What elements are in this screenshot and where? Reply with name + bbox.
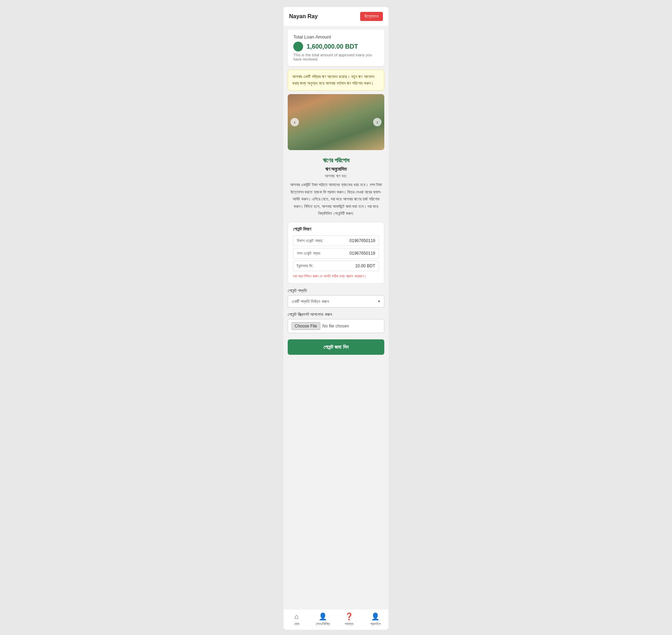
payment-method-label: পেমেন্ট পদ্ধতি xyxy=(288,288,384,294)
payment-method-select[interactable]: একটি পদ্ধতি নির্বাচন করুনবিকাশনগদরকেট xyxy=(288,295,384,308)
payment-method-group: পেমেন্ট পদ্ধতি একটি পদ্ধতি নির্বাচন করুন… xyxy=(288,288,384,308)
payment-warning: দয়া করে নিশ্চিত করুন যে আপনি সঠিক তথ্য … xyxy=(293,273,379,279)
loan-card: Total Loan Amount 1,600,000.00 BDT This … xyxy=(288,29,384,66)
user-name: Nayan Ray xyxy=(289,13,318,20)
payment-row-fee: ট্রান্সফার ফি: 10.00 BDT xyxy=(293,261,379,271)
loan-amount: 1,600,000.00 BDT xyxy=(307,43,358,50)
loan-indicator-circle xyxy=(293,42,303,51)
nagad-label: নগদ এজেন্ট নম্বর: xyxy=(297,251,321,256)
main-section: ঋণের পরিশোধ ঋণ অনুমোদিত আপনার ঋণ ভর: আপন… xyxy=(284,154,388,358)
carousel-prev-button[interactable]: ‹ xyxy=(290,118,299,126)
file-upload-label: পেমেন্ট স্ক্রিনশট আপলোড করুন xyxy=(288,312,384,317)
bkash-label: বিকাশ এজেন্ট নম্বর: xyxy=(297,238,323,243)
nav-label-home: হোম xyxy=(294,622,299,626)
section-subtitle: ঋণ অনুমোদিত xyxy=(288,166,384,172)
loan-icon: 👤 xyxy=(318,612,327,621)
nav-item-profile[interactable]: 👤 প্রফাইল xyxy=(362,612,388,626)
bkash-value: 01967650119 xyxy=(350,238,375,243)
home-icon: ⌂ xyxy=(294,613,299,621)
file-input-wrapper: Choose File No file chosen xyxy=(288,319,384,333)
loan-card-title: Total Loan Amount xyxy=(293,34,379,40)
payment-row-nagad: নগদ এজেন্ট নম্বর: 01967650119 xyxy=(293,248,379,259)
choose-file-button[interactable]: Choose File xyxy=(292,322,320,330)
loan-card-row: 1,600,000.00 BDT xyxy=(293,42,379,51)
nav-label-loan: লোন/কিস্তি xyxy=(316,622,330,626)
nagad-value: 01967650119 xyxy=(350,251,375,256)
carousel-next-button[interactable]: › xyxy=(373,118,382,126)
carousel-image xyxy=(288,94,384,150)
help-icon: ❓ xyxy=(345,612,354,621)
fee-value: 10.00 BDT xyxy=(355,263,375,268)
profile-icon: 👤 xyxy=(371,612,380,621)
image-carousel: ‹ › xyxy=(288,94,384,150)
submit-payment-button[interactable]: পেমেন্ট জমা দিন xyxy=(288,339,384,355)
header: Nayan Ray উত্তোলন xyxy=(284,7,388,26)
section-description: আপনার একাউন্ট টাকা পাঠাতে আমাদের ব্যাংকে… xyxy=(288,181,384,217)
nav-label-profile: প্রফাইল xyxy=(370,622,381,626)
nav-label-help: সাহায্য xyxy=(345,622,354,626)
nav-item-loan[interactable]: 👤 লোন/কিস্তি xyxy=(310,612,336,626)
section-label: আপনার ঋণ ভর: xyxy=(288,174,384,178)
payment-row-bkash: বিকাশ এজেন্ট নম্বর: 01967650119 xyxy=(293,235,379,246)
nav-item-home[interactable]: ⌂ হোম xyxy=(284,613,310,626)
payment-method-select-wrapper: একটি পদ্ধতি নির্বাচন করুনবিকাশনগদরকেট xyxy=(288,295,384,308)
app-container: Nayan Ray উত্তোলন Total Loan Amount 1,60… xyxy=(284,7,388,630)
logout-button[interactable]: উত্তোলন xyxy=(360,12,383,21)
section-main-title: ঋণের পরিশোধ xyxy=(288,157,384,164)
no-file-text: No file chosen xyxy=(322,324,349,329)
loan-description: This is the total amount of approved loa… xyxy=(293,53,379,61)
file-upload-group: পেমেন্ট স্ক্রিনশট আপলোড করুন Choose File… xyxy=(288,312,384,333)
warning-banner: আপনার একটি সক্রিয় ঋণ আবেদন রয়েছে। নতুন… xyxy=(288,70,384,91)
payment-info-box: পেমেন্ট বিবরণ বিকাশ এজেন্ট নম্বর: 019676… xyxy=(288,222,384,284)
payment-info-title: পেমেন্ট বিবরণ xyxy=(293,226,379,232)
bottom-nav: ⌂ হোম 👤 লোন/কিস্তি ❓ সাহায্য 👤 প্রফাইল xyxy=(284,609,388,630)
nav-item-help[interactable]: ❓ সাহায্য xyxy=(336,612,362,626)
fee-label: ট্রান্সফার ফি: xyxy=(297,263,314,268)
